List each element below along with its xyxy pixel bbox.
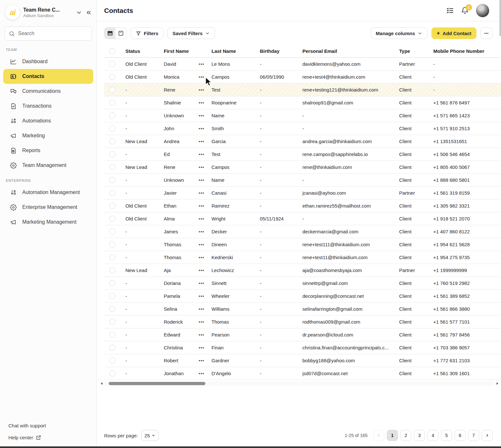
- more-options-button[interactable]: •••: [480, 27, 493, 39]
- row-actions-icon[interactable]: •••: [199, 62, 204, 67]
- scroll-right-icon[interactable]: [495, 381, 499, 386]
- row-checkbox[interactable]: [109, 74, 115, 80]
- row-actions-icon[interactable]: •••: [199, 113, 204, 118]
- table-row[interactable]: -Robert•••Gardner-bobbyg188@yahoo.comCli…: [104, 354, 501, 367]
- row-actions-icon[interactable]: •••: [199, 178, 204, 183]
- horizontal-scrollbar[interactable]: [100, 381, 499, 386]
- row-checkbox[interactable]: [109, 190, 115, 196]
- table-row[interactable]: Old ClientEthan•••Ramirez-ethan.ramirez5…: [104, 199, 501, 212]
- row-actions-icon[interactable]: •••: [199, 165, 204, 170]
- row-actions-icon[interactable]: •••: [199, 281, 204, 286]
- search-input[interactable]: [5, 26, 92, 41]
- chat-with-support-link[interactable]: Chat with support: [0, 420, 96, 432]
- row-actions-icon[interactable]: •••: [199, 100, 204, 105]
- kanban-view-button[interactable]: [115, 28, 126, 39]
- sidebar-item-reports[interactable]: Reports: [3, 143, 93, 158]
- row-checkbox[interactable]: [109, 177, 115, 183]
- page-button-3[interactable]: 3: [414, 430, 425, 441]
- table-row[interactable]: -Jonathan•••D'Angelo-jsd07d@comcast.netC…: [104, 367, 501, 380]
- table-row[interactable]: Old ClientAlma•••Wright05/11/1924-Client…: [104, 212, 501, 225]
- scroll-left-icon[interactable]: [100, 381, 104, 386]
- row-checkbox[interactable]: [109, 138, 115, 144]
- table-row[interactable]: New LeadAja•••Lechowicz-aja@coasthomesby…: [104, 264, 501, 277]
- table-row[interactable]: New LeadRene•••Campos-rene@thinkaidium.c…: [104, 161, 501, 173]
- workspace-switcher[interactable]: ai Team Rene C... Aidium Sandbox: [0, 0, 96, 23]
- tasks-checklist-icon[interactable]: [446, 7, 454, 15]
- table-row[interactable]: New LeadAndrea•••Garcia-andrea.garcia@th…: [104, 135, 501, 148]
- row-actions-icon[interactable]: •••: [199, 319, 204, 325]
- row-checkbox[interactable]: [109, 151, 115, 157]
- row-actions-icon[interactable]: •••: [199, 358, 204, 363]
- sidebar-item-marketing[interactable]: Marketing: [3, 128, 93, 143]
- row-actions-icon[interactable]: •••: [199, 268, 204, 273]
- row-actions-icon[interactable]: •••: [199, 242, 204, 247]
- scrollbar-thumb[interactable]: [109, 382, 205, 385]
- row-checkbox[interactable]: [109, 216, 115, 222]
- row-checkbox[interactable]: [109, 254, 115, 260]
- table-row[interactable]: -Christina•••Finan-christina.finan@accou…: [104, 341, 501, 354]
- row-actions-icon[interactable]: •••: [199, 294, 204, 299]
- row-actions-icon[interactable]: •••: [199, 203, 204, 209]
- table-row[interactable]: -Unknown•••Name--Client+1 888 680 5801: [104, 173, 501, 186]
- manage-columns-button[interactable]: Manage columns: [371, 27, 428, 39]
- vertical-scrollbar-thumb[interactable]: [499, 0, 501, 36]
- row-actions-icon[interactable]: •••: [199, 216, 204, 221]
- collapse-sidebar-icon[interactable]: [85, 9, 92, 16]
- table-row[interactable]: -Doriana•••Sinnett-sinnettrp@gmail.comCl…: [104, 277, 501, 289]
- sidebar-item-automations[interactable]: Automations: [3, 113, 93, 128]
- rows-per-page-select[interactable]: 25: [141, 430, 159, 441]
- row-checkbox[interactable]: [109, 61, 115, 67]
- table-row[interactable]: -Shalinie•••Roopnarine-shalroop91@gmail.…: [104, 96, 501, 109]
- scrollbar-track[interactable]: [104, 381, 495, 386]
- sidebar-item-marketing-management[interactable]: Marketing Management: [3, 215, 93, 229]
- row-actions-icon[interactable]: •••: [199, 332, 204, 337]
- row-checkbox[interactable]: [109, 125, 115, 131]
- add-contact-button[interactable]: + Add Contact: [431, 27, 476, 39]
- sidebar-item-communications[interactable]: Communications: [3, 84, 93, 99]
- row-checkbox[interactable]: [109, 87, 115, 93]
- next-page-button[interactable]: [482, 430, 493, 441]
- row-actions-icon[interactable]: •••: [199, 74, 204, 80]
- page-button-2[interactable]: 2: [400, 430, 411, 441]
- table-row[interactable]: -Pamela•••Wheeler-decorplanning@comcast.…: [104, 289, 501, 302]
- row-checkbox[interactable]: [109, 370, 115, 376]
- page-button-4[interactable]: 4: [427, 430, 438, 441]
- table-row[interactable]: -Edward•••Pearson-dr.pearson@icloud.comC…: [104, 328, 501, 341]
- row-actions-icon[interactable]: •••: [199, 190, 204, 196]
- table-row[interactable]: -Thomas•••Dineen-rene+test111@thinkaidiu…: [104, 238, 501, 251]
- row-checkbox[interactable]: [109, 241, 115, 248]
- row-actions-icon[interactable]: •••: [199, 87, 204, 93]
- page-button-7[interactable]: 7: [468, 430, 479, 441]
- notifications-bell-icon[interactable]: 1: [461, 7, 469, 15]
- table-row[interactable]: -Roderick•••Thomas-rodthomas009@gmail.co…: [104, 315, 501, 328]
- row-checkbox[interactable]: [109, 332, 115, 338]
- sidebar-item-team-management[interactable]: Team Management: [3, 158, 93, 173]
- row-checkbox[interactable]: [109, 267, 115, 273]
- user-avatar[interactable]: [476, 4, 489, 17]
- table-view-button[interactable]: [104, 28, 115, 39]
- table-row[interactable]: -Rene•••Test-rene+testing121@thinkiaidiu…: [104, 83, 501, 96]
- row-checkbox[interactable]: [109, 345, 115, 351]
- row-actions-icon[interactable]: •••: [199, 345, 204, 350]
- sidebar-item-transactions[interactable]: Transactions: [3, 99, 93, 113]
- table-row[interactable]: -John•••Smith--Client+1 571 910 2513: [104, 122, 501, 135]
- previous-page-button[interactable]: [373, 430, 384, 441]
- sidebar-item-enterprise-management[interactable]: Enterprise Management: [3, 200, 93, 215]
- sidebar-item-contacts[interactable]: Contacts: [3, 69, 93, 84]
- table-row[interactable]: -Unknown•••Name--Client+1 571 665 1423: [104, 109, 501, 122]
- table-row[interactable]: -Ed•••Test-rene.campos@sapphirelabs.ioCl…: [104, 148, 501, 161]
- row-checkbox[interactable]: [109, 112, 115, 119]
- row-checkbox[interactable]: [109, 280, 115, 286]
- table-row[interactable]: -James•••Decker-deckermarcia@gmail.comCl…: [104, 225, 501, 238]
- help-center-link[interactable]: Help center: [0, 432, 96, 443]
- row-checkbox[interactable]: [109, 293, 115, 299]
- table-row[interactable]: -Selina•••Williams-selinafarrington@gmai…: [104, 302, 501, 315]
- table-row[interactable]: Old ClientMonica•••Campos06/05/1990rene+…: [104, 70, 501, 83]
- sidebar-item-dashboard[interactable]: Dashboard: [3, 54, 93, 69]
- page-button-5[interactable]: 5: [441, 430, 452, 441]
- search-field[interactable]: [18, 31, 88, 36]
- table-row[interactable]: Old ClientDavid•••Le Mons-davidklemons@y…: [104, 57, 501, 70]
- row-actions-icon[interactable]: •••: [199, 307, 204, 312]
- row-actions-icon[interactable]: •••: [199, 229, 204, 234]
- row-actions-icon[interactable]: •••: [199, 152, 204, 157]
